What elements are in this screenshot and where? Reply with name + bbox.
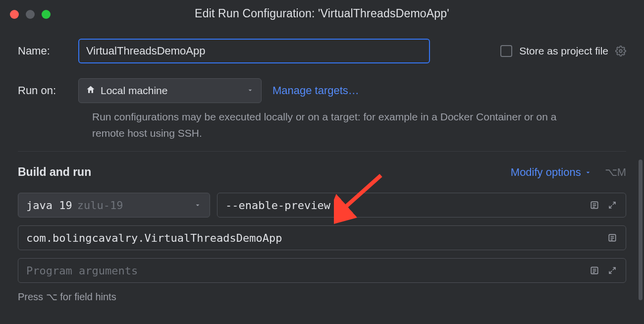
name-label: Name: <box>18 45 67 57</box>
sdk-name: java 19 <box>26 199 72 212</box>
build-and-run-title: Build and run <box>18 165 91 179</box>
maximize-window-button[interactable] <box>42 10 51 19</box>
section-divider <box>18 151 626 152</box>
list-icon[interactable] <box>607 232 618 243</box>
sdk-dropdown[interactable]: java 19 zulu-19 <box>18 193 210 217</box>
main-class-row: com.bolingcavalry.VirtualThreadsDemoApp <box>18 225 626 250</box>
main-class-value: com.bolingcavalry.VirtualThreadsDemoApp <box>26 232 282 244</box>
store-group: Store as project file <box>500 45 626 57</box>
home-icon <box>86 85 96 97</box>
sdk-and-vm-row: java 19 zulu-19 --enable-preview <box>18 193 626 217</box>
modify-options-label: Modify options <box>511 166 581 179</box>
chevron-down-icon <box>584 168 592 176</box>
program-arguments-row: Program arguments <box>18 258 626 283</box>
expand-icon[interactable] <box>607 265 618 276</box>
dialog-content: Name: Store as project file Run on: Loca… <box>0 27 644 303</box>
list-icon[interactable] <box>589 265 600 276</box>
main-class-field[interactable]: com.bolingcavalry.VirtualThreadsDemoApp <box>18 225 626 250</box>
program-arguments-placeholder: Program arguments <box>26 265 138 277</box>
field-hints-text: Press ⌥ for field hints <box>18 291 626 303</box>
vertical-scrollbar[interactable] <box>639 160 643 300</box>
store-as-project-file-label: Store as project file <box>519 45 608 57</box>
name-input[interactable] <box>78 39 430 63</box>
program-arguments-field[interactable]: Program arguments <box>18 258 626 283</box>
vm-options-field[interactable]: --enable-preview <box>217 193 626 217</box>
list-icon[interactable] <box>589 200 600 211</box>
svg-point-0 <box>619 50 622 53</box>
minimize-window-button[interactable] <box>26 10 35 19</box>
expand-icon[interactable] <box>607 200 618 211</box>
modify-options-shortcut: ⌥M <box>605 166 626 179</box>
window-title: Edit Run Configuration: 'VirtualThreadsD… <box>8 7 636 20</box>
store-as-project-file-checkbox[interactable] <box>500 45 512 57</box>
name-row: Name: Store as project file <box>18 39 626 63</box>
build-and-run-header: Build and run Modify options ⌥M <box>18 165 626 179</box>
chevron-down-icon <box>246 85 254 97</box>
modify-options-link[interactable]: Modify options <box>511 166 592 179</box>
run-on-label: Run on: <box>18 84 67 97</box>
sdk-vendor: zulu-19 <box>77 199 123 212</box>
manage-targets-link[interactable]: Manage targets… <box>272 84 359 97</box>
titlebar: Edit Run Configuration: 'VirtualThreadsD… <box>0 0 644 27</box>
run-on-dropdown[interactable]: Local machine <box>78 78 262 103</box>
vm-options-value: --enable-preview <box>225 199 330 212</box>
close-window-button[interactable] <box>10 10 19 19</box>
run-on-value: Local machine <box>101 85 167 97</box>
chevron-down-icon <box>194 199 202 212</box>
run-on-hint: Run configurations may be executed local… <box>92 109 587 141</box>
window-controls <box>10 10 51 19</box>
run-on-row: Run on: Local machine Manage targets… <box>18 78 626 103</box>
gear-icon[interactable] <box>615 46 626 56</box>
